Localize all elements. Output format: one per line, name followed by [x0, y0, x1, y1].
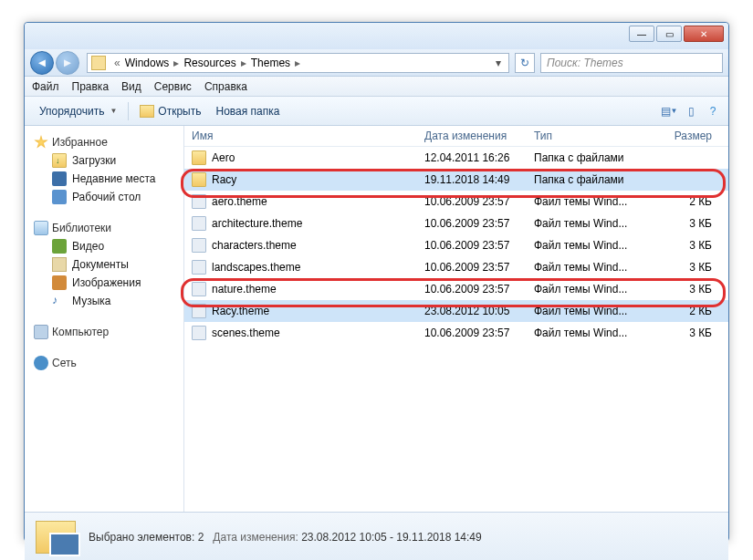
file-row[interactable]: aero.theme10.06.2009 23:57Файл темы Wind…	[184, 191, 728, 213]
search-input[interactable]: Поиск: Themes	[540, 53, 723, 73]
computer-icon	[34, 325, 48, 339]
chevron-icon[interactable]: «	[110, 57, 125, 69]
breadcrumb-item[interactable]: Windows	[125, 57, 170, 69]
column-type[interactable]: Тип	[534, 130, 657, 142]
folder-icon	[91, 56, 106, 70]
back-button[interactable]: ◄	[30, 51, 54, 75]
file-date: 10.06.2009 23:57	[424, 261, 534, 274]
view-options-button[interactable]: ▤▼	[661, 103, 677, 119]
sidebar-item-videos[interactable]: Видео	[28, 237, 180, 255]
file-date: 19.11.2018 14:49	[424, 173, 534, 186]
file-list: Имя Дата изменения Тип Размер Aero12.04.…	[184, 126, 728, 512]
navigation-sidebar: Избранное Загрузки Недавние места Рабочи…	[25, 126, 184, 512]
status-date-value: 23.08.2012 10:05 - 19.11.2018 14:49	[301, 531, 482, 544]
breadcrumb-item[interactable]: Resources	[183, 57, 235, 69]
maximize-button[interactable]: ▭	[656, 26, 682, 42]
new-folder-button[interactable]: Новая папка	[208, 102, 287, 120]
file-size: 2 КБ	[657, 195, 712, 208]
themefile-icon	[192, 326, 206, 340]
file-type: Файл темы Wind...	[534, 283, 657, 296]
file-date: 12.04.2011 16:26	[424, 151, 534, 164]
file-row[interactable]: architecture.theme10.06.2009 23:57Файл т…	[184, 213, 728, 234]
sidebar-libraries[interactable]: Библиотеки	[28, 219, 180, 237]
address-drop-icon[interactable]: ▾	[492, 57, 505, 69]
file-name: aero.theme	[212, 195, 267, 208]
file-name: landscapes.theme	[212, 261, 300, 274]
chevron-icon[interactable]: ▸	[290, 57, 305, 69]
file-name: Racy.theme	[212, 305, 269, 317]
file-type: Файл темы Wind...	[534, 239, 657, 252]
file-name: characters.theme	[212, 239, 297, 252]
menu-tools[interactable]: Сервис	[154, 80, 192, 93]
file-row[interactable]: landscapes.theme10.06.2009 23:57Файл тем…	[184, 256, 728, 278]
video-icon	[52, 239, 67, 254]
file-date: 10.06.2009 23:57	[424, 195, 534, 208]
menu-file[interactable]: Файл	[32, 80, 59, 93]
sidebar-network[interactable]: Сеть	[28, 354, 180, 372]
file-row[interactable]: scenes.theme10.06.2009 23:57Файл темы Wi…	[184, 322, 728, 344]
chevron-down-icon: ▼	[110, 107, 117, 115]
sidebar-computer[interactable]: Компьютер	[28, 323, 180, 341]
file-date: 23.08.2012 10:05	[424, 305, 534, 317]
file-type: Папка с файлами	[534, 173, 657, 186]
file-type: Папка с файлами	[534, 151, 657, 164]
file-name: Racy	[212, 173, 236, 186]
themefile-icon	[192, 194, 206, 209]
column-headers: Имя Дата изменения Тип Размер	[184, 126, 728, 147]
file-row[interactable]: nature.theme10.06.2009 23:57Файл темы Wi…	[184, 278, 728, 300]
file-type: Файл темы Wind...	[534, 327, 657, 339]
column-name[interactable]: Имя	[192, 130, 424, 142]
preview-pane-button[interactable]: ▯	[683, 103, 699, 119]
menu-view[interactable]: Вид	[121, 80, 141, 93]
chevron-icon[interactable]: ▸	[169, 57, 183, 69]
open-icon	[140, 105, 154, 118]
file-size: 3 КБ	[657, 217, 712, 230]
status-date-label: Дата изменения:	[213, 531, 298, 544]
sidebar-favorites[interactable]: Избранное	[28, 133, 180, 151]
toolbar: Упорядочить▼ Открыть Новая папка ▤▼ ▯ ?	[25, 97, 728, 126]
explorer-window: — ▭ ✕ ◄ ► « Windows ▸ Resources ▸ Themes…	[24, 22, 729, 542]
sidebar-item-desktop[interactable]: Рабочий стол	[28, 188, 180, 206]
open-button[interactable]: Открыть	[132, 102, 208, 120]
file-size: 3 КБ	[657, 283, 712, 296]
sidebar-item-documents[interactable]: Документы	[28, 255, 180, 274]
selection-count: Выбрано элементов: 2	[89, 531, 204, 544]
menu-edit[interactable]: Правка	[72, 80, 110, 93]
column-date[interactable]: Дата изменения	[424, 130, 534, 142]
network-icon	[34, 356, 48, 370]
file-row[interactable]: Aero12.04.2011 16:26Папка с файлами	[184, 147, 728, 169]
file-row[interactable]: characters.theme10.06.2009 23:57Файл тем…	[184, 234, 728, 256]
themefile-icon	[192, 238, 206, 253]
minimize-button[interactable]: —	[629, 26, 654, 42]
file-date: 10.06.2009 23:57	[424, 283, 534, 296]
file-row[interactable]: Racy.theme23.08.2012 10:05Файл темы Wind…	[184, 300, 728, 322]
refresh-button[interactable]: ↻	[515, 53, 535, 73]
file-name: architecture.theme	[212, 217, 302, 230]
file-name: scenes.theme	[212, 327, 280, 339]
help-button[interactable]: ?	[705, 103, 721, 119]
address-bar[interactable]: « Windows ▸ Resources ▸ Themes ▸ ▾	[87, 53, 509, 73]
desktop-icon	[52, 190, 67, 204]
file-date: 10.06.2009 23:57	[424, 327, 534, 339]
sidebar-item-pictures[interactable]: Изображения	[28, 274, 180, 292]
folder-icon	[192, 172, 206, 187]
sidebar-item-recent[interactable]: Недавние места	[28, 170, 180, 188]
file-row[interactable]: Racy19.11.2018 14:49Папка с файлами	[184, 169, 728, 191]
sidebar-item-music[interactable]: ♪Музыка	[28, 292, 180, 310]
organize-button[interactable]: Упорядочить▼	[32, 102, 124, 120]
file-type: Файл темы Wind...	[534, 195, 657, 208]
music-icon: ♪	[52, 294, 67, 308]
menu-help[interactable]: Справка	[204, 80, 247, 93]
column-size[interactable]: Размер	[657, 130, 712, 142]
breadcrumb-item[interactable]: Themes	[251, 57, 290, 69]
file-type: Файл темы Wind...	[534, 217, 657, 230]
star-icon	[34, 135, 48, 150]
sidebar-item-downloads[interactable]: Загрузки	[28, 151, 180, 170]
close-button[interactable]: ✕	[684, 26, 724, 42]
folder-icon	[192, 150, 206, 165]
file-size: 3 КБ	[657, 261, 712, 274]
titlebar: — ▭ ✕	[25, 23, 728, 49]
forward-button[interactable]: ►	[56, 51, 79, 75]
file-size: 3 КБ	[657, 327, 712, 339]
chevron-icon[interactable]: ▸	[236, 57, 251, 69]
